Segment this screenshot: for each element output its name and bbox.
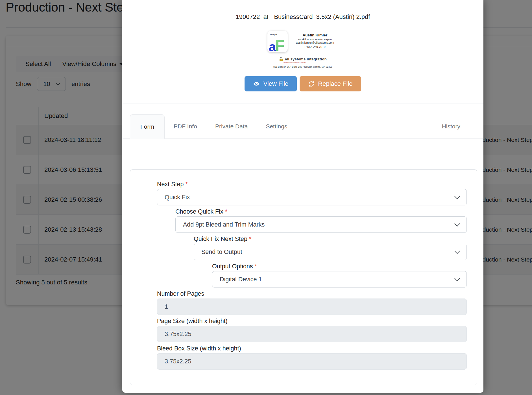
chevron-down-icon: [454, 194, 460, 199]
contact-email: austin.kimler@allsystems.com: [292, 41, 339, 44]
chevron-down-icon: [454, 276, 460, 281]
required-asterisk: *: [249, 236, 251, 242]
view-file-label: View File: [263, 80, 288, 87]
tab-form[interactable]: Form: [130, 114, 165, 139]
page-size-input: 3.75x2.25: [157, 326, 467, 342]
output-options-select[interactable]: Digital Device 1: [212, 271, 467, 288]
replace-file-button[interactable]: Replace File: [300, 76, 361, 91]
modal-header-strip: [122, 0, 483, 4]
tab-pdf-info[interactable]: PDF Info: [165, 114, 206, 139]
contact-block: Austin Kimler Workflow Automation Expert…: [292, 31, 339, 49]
file-actions: View File Replace File: [122, 76, 483, 91]
logo-af-text: a F: [269, 40, 285, 52]
file-detail-modal: 1900722_aF_BusinessCard_3.5x2 (Austin) 2…: [122, 0, 483, 393]
page-size-label: Page Size (width x height): [157, 318, 228, 325]
tab-private-data[interactable]: Private Data: [206, 114, 257, 139]
output-options-label: Output Options*: [212, 263, 257, 270]
contact-role: Workflow Automation Expert: [292, 38, 339, 41]
pdf-preview-card: simple... a F Austin Kimler Workflow Aut…: [267, 31, 339, 68]
contact-phone: P 563.289.7010: [292, 45, 339, 49]
tab-history[interactable]: History: [433, 114, 469, 139]
logo-simple-text: simple...: [270, 33, 280, 36]
next-step-select[interactable]: Quick Fix: [157, 189, 467, 205]
number-of-pages-input: 1: [157, 299, 467, 315]
tab-settings[interactable]: Settings: [257, 114, 296, 139]
form-panel: Next Step* Quick Fix Choose Quick Fix* A…: [130, 169, 477, 385]
chevron-down-icon: [454, 221, 460, 227]
required-asterisk: *: [255, 263, 257, 270]
company-tagline: Workflow Automation Experts: [251, 62, 339, 63]
replace-file-label: Replace File: [318, 80, 352, 87]
required-asterisk: *: [225, 208, 227, 215]
choose-quick-fix-select[interactable]: Add 9pt Bleed and Trim Marks: [175, 216, 467, 233]
tabs-bar: Form PDF Info Private Data Settings Hist…: [122, 114, 483, 139]
af-logo: simple... a F: [267, 31, 288, 52]
company-address: 831 Beacon St. • Suite 288 • Newton Cent…: [267, 65, 339, 68]
eye-icon: [253, 80, 260, 87]
number-of-pages-label: Number of Pages: [157, 290, 204, 297]
lock-icon: [279, 57, 283, 62]
choose-quick-fix-label: Choose Quick Fix*: [175, 208, 227, 215]
bleed-box-size-input: 3.75x2.25: [157, 353, 467, 370]
modal-title: 1900722_aF_BusinessCard_3.5x2 (Austin) 2…: [122, 13, 483, 21]
contact-name: Austin Kimler: [292, 33, 339, 37]
modal-divider: [122, 104, 483, 104]
bleed-box-size-label: Bleed Box Size (width x height): [157, 345, 241, 352]
quick-fix-next-step-label: Quick Fix Next Step*: [194, 236, 251, 243]
next-step-label: Next Step*: [157, 181, 188, 188]
page-root: Production - Next Step Select All View/H…: [0, 0, 532, 395]
view-file-button[interactable]: View File: [245, 76, 297, 91]
required-asterisk: *: [185, 181, 187, 188]
quick-fix-next-step-select[interactable]: Send to Output: [194, 244, 467, 260]
refresh-icon: [308, 81, 315, 87]
chevron-down-icon: [454, 248, 460, 254]
company-name: all systems integration: [285, 57, 327, 61]
